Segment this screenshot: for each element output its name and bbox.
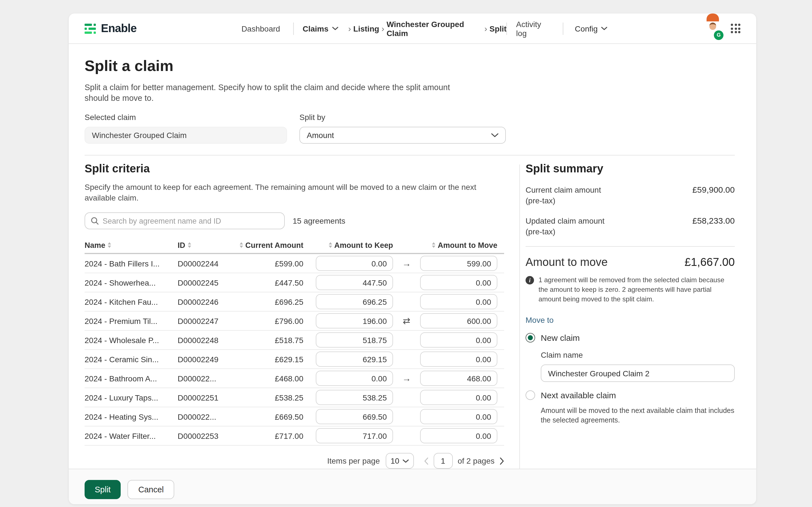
sort-icon <box>108 242 111 248</box>
enable-logo[interactable]: Enable <box>85 22 137 35</box>
amount-to-keep-input[interactable] <box>316 332 393 348</box>
amount-to-move-input[interactable] <box>420 409 497 424</box>
amount-to-move-input[interactable] <box>420 351 497 367</box>
new-claim-option[interactable]: New claim <box>525 333 735 342</box>
amount-to-keep-input[interactable] <box>316 275 393 290</box>
agreement-name: 2024 - Showerhea... <box>85 278 177 287</box>
sort-icon <box>188 242 191 248</box>
claim-name-label: Claim name <box>541 350 735 359</box>
updated-claim-amount-value: £58,233.00 <box>693 216 735 237</box>
amount-to-keep-input[interactable] <box>316 371 393 386</box>
new-claim-radio[interactable] <box>525 333 535 342</box>
amount-to-keep-input[interactable] <box>316 409 393 424</box>
agreements-table: Name ID Current Amount <box>85 237 504 446</box>
table-header-row: Name ID Current Amount <box>85 237 504 254</box>
amount-to-keep-input[interactable] <box>316 256 393 271</box>
column-header-current-amount[interactable]: Current Amount <box>239 241 303 249</box>
selected-claim-input <box>85 127 287 144</box>
nav-item-claims[interactable]: Claims <box>303 24 338 33</box>
amount-to-move-input[interactable] <box>420 275 497 290</box>
split-by-select[interactable]: Amount <box>299 127 506 144</box>
amount-to-move-input[interactable] <box>420 371 497 386</box>
next-available-claim-label: Next available claim <box>541 390 616 400</box>
amount-to-move-input[interactable] <box>420 256 497 271</box>
search-input[interactable] <box>103 217 278 225</box>
split-criteria-description: Specify the amount to keep for each agre… <box>85 182 479 203</box>
split-button[interactable]: Split <box>85 480 121 499</box>
breadcrumb-separator: › <box>482 24 490 33</box>
chevron-down-icon <box>491 133 499 137</box>
table-row: 2024 - Luxury Taps... D00002251 £538.25 <box>85 388 504 407</box>
agreement-search[interactable] <box>85 212 285 229</box>
next-available-claim-radio[interactable] <box>525 390 535 400</box>
sort-icon <box>432 242 436 248</box>
agreement-name: 2024 - Wholesale P... <box>85 335 177 344</box>
sort-icon <box>240 242 243 248</box>
nav-divider <box>293 22 294 35</box>
action-footer: Split Cancel <box>69 469 756 504</box>
claim-name-input[interactable] <box>541 364 735 382</box>
amount-to-keep-input[interactable] <box>316 294 393 309</box>
current-amount: £468.00 <box>239 374 303 383</box>
agreement-id: D00002248 <box>177 335 239 344</box>
previous-page-button[interactable] <box>424 457 428 464</box>
split-by-field: Split by Amount <box>299 113 506 144</box>
amount-to-move-input[interactable] <box>420 428 497 443</box>
column-header-amount-to-move[interactable]: Amount to Move <box>420 241 497 249</box>
arrow-right-icon: → <box>402 374 411 383</box>
agreement-name: 2024 - Bath Fillers I... <box>85 259 177 268</box>
avatar-badge: G <box>714 30 723 40</box>
page-title: Split a claim <box>85 57 735 75</box>
nav-item-dashboard[interactable]: Dashboard <box>241 24 280 33</box>
nav-item-activity-log[interactable]: Activity log <box>516 19 552 38</box>
amount-to-keep-input[interactable] <box>316 390 393 405</box>
amount-to-move-input[interactable] <box>420 294 497 309</box>
column-header-id[interactable]: ID <box>177 241 239 249</box>
selected-claim-field: Selected claim <box>85 113 287 144</box>
table-row: 2024 - Premium Til... D00002247 £796.00 … <box>85 312 504 331</box>
app-grid-icon[interactable] <box>731 24 741 33</box>
brand-name: Enable <box>101 22 137 35</box>
nav-item-config[interactable]: Config <box>575 24 607 33</box>
amount-to-keep-input[interactable] <box>316 313 393 328</box>
nav-divider <box>563 22 564 35</box>
column-header-amount-to-keep[interactable]: Amount to Keep <box>316 241 393 249</box>
sort-icon <box>329 242 332 248</box>
current-amount: £717.00 <box>239 431 303 440</box>
agreement-name: 2024 - Kitchen Fau... <box>85 297 177 306</box>
amount-to-move-input[interactable] <box>420 332 497 348</box>
breadcrumb-listing[interactable]: Listing <box>353 24 379 33</box>
breadcrumb-separator: › <box>379 24 387 33</box>
agreement-id: D00002247 <box>177 316 239 325</box>
breadcrumb-claim-name[interactable]: Winchester Grouped Claim <box>387 19 482 38</box>
top-navigation: Enable Dashboard Claims › Listing › Winc… <box>69 13 756 44</box>
split-criteria-title: Split criteria <box>85 162 504 175</box>
cancel-button[interactable]: Cancel <box>128 480 174 499</box>
items-per-page-label: Items per page <box>327 456 380 465</box>
items-per-page-select[interactable]: 10 <box>386 453 414 469</box>
current-amount: £518.75 <box>239 335 303 344</box>
agreement-id: D00002253 <box>177 431 239 440</box>
amount-to-keep-input[interactable] <box>316 351 393 367</box>
current-claim-amount-row: Current claim amount (pre-tax) £59,900.0… <box>525 185 735 206</box>
column-header-name[interactable]: Name <box>85 241 177 249</box>
amount-to-keep-input[interactable] <box>316 428 393 443</box>
split-by-label: Split by <box>299 113 506 122</box>
search-icon <box>91 217 99 225</box>
agreement-name: 2024 - Ceramic Sin... <box>85 355 177 363</box>
page-number-input[interactable] <box>434 453 453 469</box>
user-avatar[interactable]: G <box>703 19 721 38</box>
current-amount: £696.25 <box>239 297 303 306</box>
agreement-name: 2024 - Bathroom A... <box>85 374 177 383</box>
arrow-right-icon: → <box>402 259 411 268</box>
amount-to-move-row: Amount to move £1,667.00 <box>525 256 735 269</box>
amount-to-move-input[interactable] <box>420 313 497 328</box>
selected-claim-label: Selected claim <box>85 113 287 122</box>
info-note: i 1 agreement will be removed from the s… <box>525 276 735 304</box>
new-claim-label: New claim <box>541 333 580 342</box>
nav-divider <box>507 22 507 35</box>
chevron-down-icon <box>402 459 409 463</box>
amount-to-move-input[interactable] <box>420 390 497 405</box>
next-available-claim-option[interactable]: Next available claim <box>525 390 735 400</box>
next-page-button[interactable] <box>500 457 504 464</box>
